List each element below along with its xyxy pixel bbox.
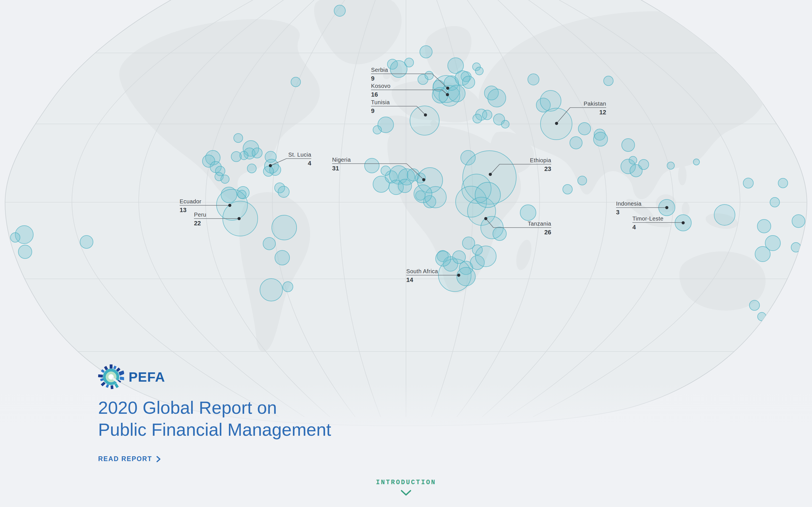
country-bubble xyxy=(693,159,700,165)
country-bubble xyxy=(578,122,591,135)
introduction-scroll-cue[interactable]: INTRODUCTION xyxy=(0,479,812,496)
country-bubble xyxy=(483,110,492,120)
page-title: 2020 Global Report on Public Financial M… xyxy=(98,397,331,441)
svg-text:9: 9 xyxy=(371,107,374,114)
country-bubble xyxy=(639,159,649,170)
country-bubble xyxy=(520,205,536,221)
country-bubble xyxy=(436,251,451,266)
country-bubble xyxy=(791,242,801,252)
country-bubble xyxy=(263,237,275,250)
country-bubble xyxy=(770,198,779,207)
country-bubble xyxy=(275,250,290,265)
svg-text:Serbia: Serbia xyxy=(371,67,388,73)
country-bubble xyxy=(414,185,432,203)
country-bubble xyxy=(755,246,770,262)
country-bubble xyxy=(488,89,506,107)
country-bubble xyxy=(475,67,483,75)
country-bubble xyxy=(252,148,262,158)
country-bubble xyxy=(578,176,587,185)
country-bubble xyxy=(234,133,243,143)
svg-text:Timor-Leste: Timor-Leste xyxy=(632,216,663,222)
country-bubble xyxy=(758,313,766,321)
svg-text:12: 12 xyxy=(599,109,606,116)
country-bubble xyxy=(563,184,572,194)
svg-text:Indonesia: Indonesia xyxy=(616,201,642,207)
svg-text:31: 31 xyxy=(332,165,339,172)
svg-text:23: 23 xyxy=(545,165,551,172)
country-bubble xyxy=(629,156,637,164)
pefa-logo-icon xyxy=(98,364,124,390)
country-bubble xyxy=(283,282,293,292)
country-bubble xyxy=(263,166,273,176)
country-bubble xyxy=(501,120,509,128)
country-bubble xyxy=(247,164,256,173)
country-bubble xyxy=(778,178,788,188)
country-bubble xyxy=(221,175,229,183)
country-bubble xyxy=(528,74,539,85)
chevron-right-icon xyxy=(156,456,161,462)
svg-text:Kosovo: Kosovo xyxy=(371,83,391,89)
svg-text:Nigeria: Nigeria xyxy=(332,157,351,163)
title-line-2: Public Financial Management xyxy=(98,420,331,439)
country-bubble xyxy=(80,235,93,248)
country-bubble xyxy=(757,219,771,233)
svg-text:Tunisia: Tunisia xyxy=(371,99,390,105)
country-bubble xyxy=(398,179,412,193)
svg-text:13: 13 xyxy=(180,207,186,214)
svg-text:3: 3 xyxy=(616,209,619,216)
country-bubble xyxy=(405,58,414,67)
country-bubble xyxy=(334,5,345,16)
country-bubble xyxy=(462,76,475,89)
svg-text:South Africa: South Africa xyxy=(406,268,438,274)
country-bubble xyxy=(604,76,613,86)
country-bubble xyxy=(475,182,500,208)
country-bubble xyxy=(381,166,391,175)
brand-wordmark: PEFA xyxy=(129,369,165,385)
country-bubble xyxy=(453,251,465,264)
title-line-1: 2020 Global Report on xyxy=(98,398,277,417)
country-bubble xyxy=(622,138,635,152)
country-bubble xyxy=(410,106,439,135)
svg-text:St. Lucia: St. Lucia xyxy=(289,152,312,158)
svg-text:Pakistan: Pakistan xyxy=(583,101,606,107)
introduction-label: INTRODUCTION xyxy=(376,479,436,486)
country-bubble xyxy=(743,178,753,188)
country-bubble xyxy=(260,279,283,301)
svg-text:4: 4 xyxy=(308,160,312,167)
hero-block: PEFA 2020 Global Report on Public Financ… xyxy=(98,364,331,463)
country-bubble xyxy=(493,227,506,240)
country-bubble xyxy=(448,85,465,102)
chevron-down-icon xyxy=(399,490,413,496)
country-bubble xyxy=(278,186,289,198)
country-bubble xyxy=(364,158,379,173)
svg-text:Tanzania: Tanzania xyxy=(528,221,552,227)
country-bubble xyxy=(272,215,297,240)
svg-text:14: 14 xyxy=(406,276,413,283)
svg-text:9: 9 xyxy=(371,75,374,82)
country-bubble xyxy=(475,246,496,267)
country-bubble xyxy=(373,126,382,134)
country-bubble xyxy=(570,136,582,149)
read-report-link[interactable]: READ REPORT xyxy=(98,455,161,463)
country-bubble xyxy=(594,132,608,146)
read-report-label: READ REPORT xyxy=(98,455,152,463)
svg-text:4: 4 xyxy=(632,224,636,231)
svg-text:Ecuador: Ecuador xyxy=(180,198,201,205)
country-bubble xyxy=(10,233,20,242)
country-bubble xyxy=(425,71,434,80)
country-bubble xyxy=(667,162,674,169)
svg-text:22: 22 xyxy=(194,220,201,227)
country-bubble xyxy=(457,267,475,286)
country-bubble xyxy=(749,300,760,311)
svg-text:26: 26 xyxy=(545,229,551,236)
svg-text:16: 16 xyxy=(371,91,378,98)
country-bubble xyxy=(473,114,482,123)
country-bubble xyxy=(714,205,735,225)
pefa-brand: PEFA xyxy=(98,364,331,390)
country-bubble xyxy=(291,77,301,87)
country-bubble xyxy=(792,215,805,228)
svg-text:Peru: Peru xyxy=(194,212,206,218)
country-bubble xyxy=(420,46,432,58)
svg-text:Ethiopia: Ethiopia xyxy=(530,157,552,163)
country-bubble xyxy=(231,152,241,162)
